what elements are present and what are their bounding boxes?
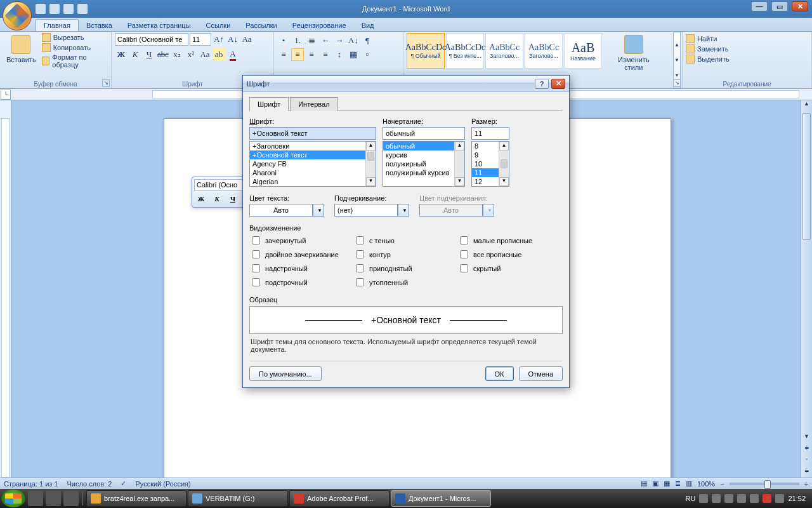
paste-button[interactable]: Вставить xyxy=(3,33,39,65)
borders-button[interactable]: ▫ xyxy=(361,48,374,61)
qat-redo-icon[interactable] xyxy=(63,4,74,14)
chk-engrave[interactable]: утопленный xyxy=(353,276,455,288)
scroll-up-icon[interactable]: ▲ xyxy=(455,142,464,150)
quicklaunch-wmp-icon[interactable] xyxy=(63,491,79,506)
style-gallery[interactable]: AaBbCcDc¶ Обычный AaBbCcDc¶ Без инте... … xyxy=(407,33,602,69)
qat-save-icon[interactable] xyxy=(36,4,46,14)
list-item[interactable]: Algerian xyxy=(250,177,376,186)
browse-prev-icon[interactable]: ≑ xyxy=(801,444,812,455)
tab-insert[interactable]: Вставка xyxy=(79,20,120,31)
tray-battery-icon[interactable] xyxy=(775,494,784,503)
list-item[interactable]: Aharoni xyxy=(250,168,376,177)
scroll-down-icon[interactable]: ▼ xyxy=(499,177,509,186)
tab-home[interactable]: Главная xyxy=(36,19,79,31)
scrollbar-vertical[interactable]: ▲ ▼ ≑ ◦ ≑ xyxy=(801,100,812,478)
replace-button[interactable]: Заменить xyxy=(686,44,808,53)
chk-allcaps[interactable]: все прописные xyxy=(457,248,559,260)
task-item[interactable]: Документ1 - Micros... xyxy=(391,490,491,507)
scroll-up-icon[interactable]: ▲ xyxy=(499,142,509,150)
tab-review[interactable]: Рецензирование xyxy=(285,20,354,31)
font-listbox[interactable]: +Заголовки +Основной текст Agency FB Aha… xyxy=(249,141,376,187)
view-draft-icon[interactable]: ▥ xyxy=(686,479,692,488)
list-item[interactable]: +Основной текст xyxy=(250,150,376,159)
font-name-combo[interactable] xyxy=(115,33,188,46)
tray-clock[interactable]: 21:52 xyxy=(788,495,806,502)
tray-update-icon[interactable] xyxy=(737,494,746,503)
font-name-input[interactable] xyxy=(249,127,376,140)
ok-button[interactable]: ОК xyxy=(485,366,514,381)
list-item[interactable]: +Заголовки xyxy=(250,142,376,150)
find-button[interactable]: Найти xyxy=(686,34,808,43)
tab-selector[interactable]: └ xyxy=(1,90,11,100)
dialog-tab-font[interactable]: Шрифт xyxy=(249,97,289,111)
list-item[interactable]: полужирный xyxy=(383,159,464,168)
chk-sup[interactable]: надстрочный xyxy=(249,262,351,274)
cut-button[interactable]: Вырезать xyxy=(42,33,108,42)
office-button[interactable] xyxy=(3,1,32,30)
minimize-button[interactable]: — xyxy=(751,1,768,11)
tab-references[interactable]: Ссылки xyxy=(199,20,239,31)
font-color-button[interactable]: A xyxy=(226,48,239,61)
style-heading2[interactable]: AaBbCcЗаголово... xyxy=(525,33,563,69)
status-words[interactable]: Число слов: 2 xyxy=(67,480,112,488)
size-listbox[interactable]: 8 9 10 11 12 ▲▼ xyxy=(471,141,509,187)
scroll-down-icon[interactable]: ▼ xyxy=(366,177,376,186)
copy-button[interactable]: Копировать xyxy=(42,43,108,52)
show-hidden-button[interactable]: ¶ xyxy=(361,34,374,47)
mini-underline-button[interactable]: Ч xyxy=(226,192,240,205)
style-title[interactable]: AaBНазвание xyxy=(564,33,602,69)
style-normal[interactable]: AaBbCcDc¶ Обычный xyxy=(407,33,445,69)
qat-undo-icon[interactable] xyxy=(49,4,60,14)
chk-dstrike[interactable]: двойное зачеркивание xyxy=(249,248,351,260)
zoom-slider[interactable] xyxy=(730,483,799,485)
italic-button[interactable]: К xyxy=(129,48,141,61)
chk-sub[interactable]: подстрочный xyxy=(249,276,351,288)
format-painter-button[interactable]: Формат по образцу xyxy=(42,53,108,69)
select-button[interactable]: Выделить xyxy=(686,55,808,64)
change-styles-button[interactable]: Изменить стили xyxy=(615,33,653,73)
superscript-button[interactable]: x² xyxy=(185,48,197,61)
font-color-combo[interactable] xyxy=(249,204,313,217)
qat-custom-icon[interactable] xyxy=(77,4,88,14)
scroll-thumb[interactable] xyxy=(501,159,508,168)
zoom-out-button[interactable]: − xyxy=(720,480,724,488)
clipboard-dialog-launcher[interactable]: ↘ xyxy=(102,79,110,87)
sort-button[interactable]: A↓ xyxy=(347,34,360,47)
list-item[interactable]: полужирный курсив xyxy=(383,168,464,177)
list-item[interactable]: обычный xyxy=(383,142,464,150)
chk-outline[interactable]: контур xyxy=(353,248,455,260)
font-style-input[interactable] xyxy=(383,127,465,140)
align-left-button[interactable]: ≡ xyxy=(277,48,290,61)
shading-button[interactable]: ▦ xyxy=(347,48,360,61)
underline-combo[interactable] xyxy=(334,204,398,217)
tray-volume-icon[interactable] xyxy=(750,494,759,503)
mini-italic-button[interactable]: К xyxy=(210,192,224,205)
browse-object-icon[interactable]: ◦ xyxy=(801,456,812,466)
start-button[interactable] xyxy=(1,490,25,507)
tray-lang[interactable]: RU xyxy=(686,495,696,502)
status-language[interactable]: Русский (Россия) xyxy=(135,480,190,488)
tray-av-icon[interactable] xyxy=(724,494,733,503)
chk-strike[interactable]: зачеркнутый xyxy=(249,234,351,246)
numbering-button[interactable]: 1. xyxy=(291,34,304,47)
decrease-indent-button[interactable]: ← xyxy=(319,34,332,47)
maximize-button[interactable]: ▭ xyxy=(771,1,788,11)
window-close-button[interactable]: ✕ xyxy=(792,1,808,11)
tray-avira-icon[interactable] xyxy=(763,494,771,503)
style-listbox[interactable]: обычный курсив полужирный полужирный кур… xyxy=(383,141,465,187)
status-page[interactable]: Страница: 1 из 1 xyxy=(4,480,58,488)
subscript-button[interactable]: x₂ xyxy=(171,48,183,61)
task-item[interactable]: VERBATIM (G:) xyxy=(188,490,288,507)
zoom-value[interactable]: 100% xyxy=(697,480,715,488)
font-size-combo[interactable] xyxy=(190,33,211,46)
scroll-thumb[interactable] xyxy=(802,113,811,240)
quicklaunch-ie-icon[interactable] xyxy=(28,491,43,506)
justify-button[interactable]: ≡ xyxy=(319,48,332,61)
browse-next-icon[interactable]: ≑ xyxy=(801,467,812,478)
highlight-button[interactable]: ab xyxy=(213,48,225,61)
underline-button[interactable]: Ч xyxy=(143,48,155,61)
zoom-in-button[interactable]: + xyxy=(804,480,808,488)
tray-network-icon[interactable] xyxy=(712,494,721,503)
scroll-down-icon[interactable]: ▼ xyxy=(801,433,812,443)
align-center-button[interactable]: ≡ xyxy=(291,48,304,61)
